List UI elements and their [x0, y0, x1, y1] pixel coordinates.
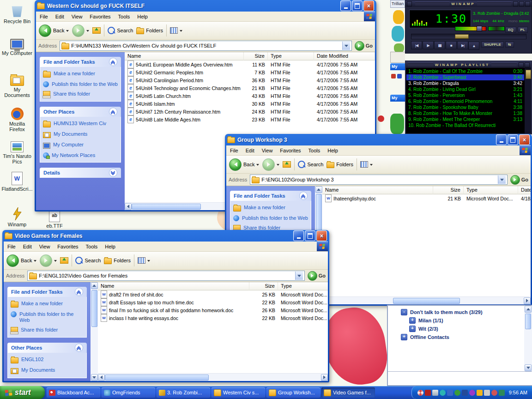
playlist-entry[interactable]: 4. Rob Zombie - Living Dead Girl3:21 [406, 86, 524, 92]
horizontal-scrollbar[interactable] [98, 373, 328, 381]
forward-dropdown-icon[interactable] [277, 164, 279, 167]
vertical-scrollbar[interactable] [524, 306, 532, 371]
volume-icon[interactable] [484, 390, 490, 396]
desktop-icon-recycle-bin[interactable]: Recycle Bin [1, 4, 33, 24]
column-header-type[interactable]: Type [464, 186, 518, 194]
tray-icon[interactable] [447, 390, 453, 396]
file-row[interactable]: 54Unit6 Islam.htm30 KBHTM File4/17/2006 … [125, 100, 375, 108]
file-tasks-header[interactable]: File and Folder Tasks [40, 57, 121, 67]
file-row[interactable]: final I'm so fucking sick of all this go… [98, 306, 328, 314]
back-button[interactable]: Back [39, 24, 69, 37]
views-button[interactable] [138, 257, 150, 264]
views-button[interactable] [360, 161, 373, 168]
other-place-link[interactable]: My Documents [11, 367, 84, 374]
chevron-down-icon[interactable] [109, 169, 117, 177]
playlist-entry[interactable]: 6. Rob Zombie - Demonoid Phenomenon4:11 [406, 98, 524, 104]
shuffle-button[interactable]: SHUFFLE [481, 42, 504, 48]
details-header[interactable]: Details [40, 168, 121, 178]
forward-dropdown-icon[interactable] [86, 30, 89, 33]
file-tasks-header[interactable]: File and Folder Tasks [7, 287, 87, 297]
menu-view[interactable]: View [258, 147, 277, 154]
seek-thumb[interactable] [455, 34, 469, 39]
chevron-up-icon[interactable] [109, 58, 117, 66]
column-header-size[interactable]: Size [433, 186, 464, 194]
file-tasks-header[interactable]: File and Folder Tasks [230, 191, 311, 201]
views-dropdown-icon[interactable] [147, 260, 150, 263]
volume-slider[interactable] [455, 26, 486, 31]
playlist-shade-button[interactable] [519, 62, 524, 67]
folders-button[interactable]: Folders [136, 27, 163, 34]
back-dropdown-icon[interactable] [66, 30, 69, 33]
minimize-button[interactable] [293, 230, 304, 241]
column-header-type[interactable]: Type [278, 282, 328, 290]
menu-help[interactable]: Help [101, 243, 119, 250]
tray-icon[interactable] [462, 390, 468, 396]
other-places-header[interactable]: Other Places [7, 343, 87, 353]
other-place-link[interactable]: My Computer [43, 142, 118, 149]
forward-button[interactable] [40, 254, 57, 267]
file-row[interactable]: Ihateenglishyay.doc21 KBMicrosoft Word D… [322, 194, 531, 202]
maximize-button[interactable] [305, 230, 315, 241]
file-row[interactable]: inclass I hate writing essays.doc22 KBMi… [98, 314, 328, 322]
balance-slider[interactable] [488, 26, 505, 31]
playlist-entry[interactable]: 9. Rob Zombie - Meet The Creeper3:13 [406, 116, 524, 122]
task-pane-scrollbar[interactable] [91, 282, 98, 381]
address-dropdown[interactable] [342, 42, 350, 50]
next-button[interactable]: ▶| [457, 41, 468, 49]
tray-icon[interactable] [432, 390, 438, 396]
playlist-entry-current[interactable]: 3. Rob Zombie - Dragula3:42 [406, 80, 524, 86]
scroll-down-button[interactable] [91, 374, 98, 381]
winamp-menu-icon[interactable] [407, 1, 412, 6]
go-button[interactable]: Go [308, 271, 326, 281]
minimize-button[interactable] [340, 0, 351, 11]
previous-button[interactable]: |◀ [411, 41, 422, 49]
file-row[interactable]: draft Essays take up too much time.doc22… [98, 298, 328, 306]
playlist-titlebar[interactable]: WINAMP PLAYLIST [406, 61, 531, 68]
scroll-up-button[interactable] [91, 282, 98, 289]
menu-edit[interactable]: Edit [19, 243, 36, 250]
desktop-icon-winamp[interactable]: Winamp [1, 207, 33, 227]
search-button[interactable]: Search [75, 257, 101, 264]
forward-dropdown-icon[interactable] [54, 260, 57, 263]
minimize-button[interactable] [496, 134, 507, 145]
scrollbar-thumb[interactable] [105, 375, 209, 381]
column-header-type[interactable]: Type [268, 52, 314, 60]
scroll-right-button[interactable] [321, 374, 328, 381]
back-dropdown-icon[interactable] [256, 164, 259, 167]
taskbar-button-group-workshop[interactable]: Group Worksh... [266, 387, 320, 398]
playlist-entry[interactable]: 1. Rob Zombie - Call Of The Zombie0:30 [406, 68, 524, 74]
winamp-close-button[interactable] [525, 1, 530, 6]
eject-button[interactable]: ▲ [468, 42, 479, 50]
equalizer-button[interactable]: EQ [505, 27, 516, 33]
search-button[interactable]: Search [298, 161, 323, 168]
desktop-icon-my-computer[interactable]: My Computer [1, 39, 33, 56]
tray-icon[interactable] [425, 390, 431, 396]
file-row[interactable]: 54Unit3 Carolingian Period.htm36 KBHTM F… [125, 76, 375, 84]
column-header-name[interactable]: Name [125, 52, 244, 60]
desktop-icon-ttf-font[interactable]: ab eb.TTF [41, 209, 68, 229]
menu-tools[interactable]: Tools [305, 147, 324, 154]
taskbar-button-omgfriends[interactable]: OmgFriends [102, 387, 155, 398]
back-button[interactable]: Back [6, 254, 36, 267]
titlebar[interactable]: Western Civ should go FUCK ITSELF × [36, 0, 375, 12]
expand-icon[interactable]: + [409, 326, 416, 332]
menu-favorites[interactable]: Favorites [54, 243, 82, 250]
scrollbar-thumb[interactable] [393, 298, 460, 304]
column-header-date[interactable]: Date Modified [518, 186, 531, 194]
desktop-icon-flatland-doc[interactable]: W FlatlandScri... [1, 172, 33, 192]
views-button[interactable] [170, 27, 182, 34]
repeat-button[interactable]: ⇆ [505, 42, 514, 48]
maximize-button[interactable] [508, 134, 518, 145]
stop-button[interactable]: ■ [446, 41, 457, 49]
file-row[interactable]: draft2 I'm tired of shit.doc25 KBMicroso… [98, 290, 328, 298]
address-input[interactable]: F:\ENGL102\Video Games for Females [27, 271, 304, 281]
taskbar-button-winamp[interactable]: 3. Rob Zombi... [157, 387, 210, 398]
scrollbar-thumb[interactable] [526, 70, 531, 79]
address-input[interactable]: F:\HUMN133 Western Civ\Western Civ shoul… [60, 41, 351, 51]
buddy-group-row[interactable]: -Don't talk to them much (3/29) [388, 308, 524, 316]
chevron-up-icon[interactable] [75, 288, 83, 296]
task-share-folder[interactable]: Share this folder [11, 327, 84, 333]
playlist-scrollbar[interactable] [525, 68, 531, 133]
menu-help[interactable]: Help [133, 13, 151, 20]
address-dropdown[interactable] [498, 175, 506, 184]
